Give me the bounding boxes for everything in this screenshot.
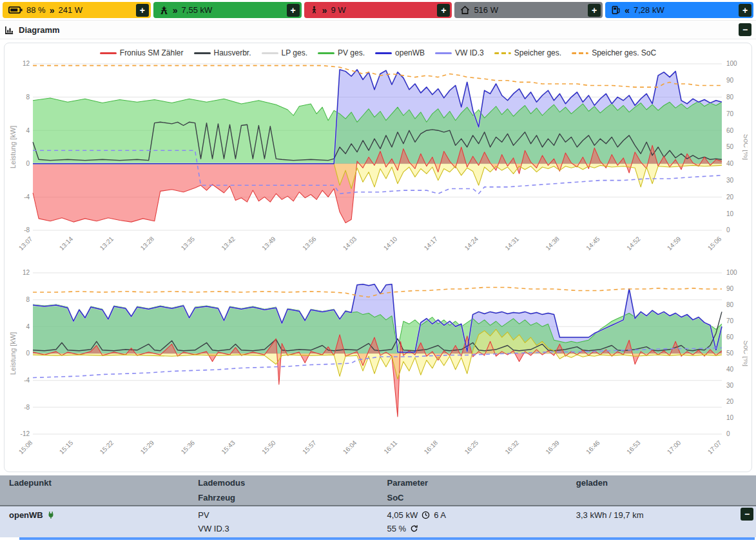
svg-text:90: 90 [726,286,734,293]
legend-item[interactable]: Fronius SM Zähler [100,48,184,57]
diagram-collapse-button[interactable]: − [739,23,751,36]
svg-text:80: 80 [726,94,734,101]
svg-text:12: 12 [23,270,30,277]
svg-text:16:46: 16:46 [585,439,601,455]
status-tile-load[interactable]: »9 W+ [304,2,452,18]
status-tile-grid[interactable]: »7,55 kW+ [153,2,302,18]
legend-item[interactable]: LP ges. [262,48,307,57]
charge-current: 6 A [434,508,446,522]
svg-text:14:24: 14:24 [463,235,480,252]
plug-icon [47,511,55,519]
table-header-cell [0,490,189,506]
chart-icon [5,25,14,35]
legend-label: Speicher ges. [514,48,561,57]
diagram-bar: Diagramm − [0,20,756,39]
svg-text:15:43: 15:43 [220,439,237,455]
status-tile-battery[interactable]: 88 %»241 W+ [3,2,151,18]
svg-text:15:22: 15:22 [99,439,115,455]
legend-label: openWB [395,48,425,57]
charge-power: 4,05 kW [387,508,418,522]
status-tile-chargepoint[interactable]: «7,28 kW+ [605,2,753,18]
svg-text:4: 4 [26,323,30,330]
table-header-cell: Fahrzeug [189,490,378,506]
svg-text:80: 80 [726,302,734,309]
svg-text:8: 8 [26,296,30,303]
load-icon [310,5,318,15]
svg-text:100: 100 [726,61,737,68]
svg-text:20: 20 [726,399,734,406]
legend-swatch [435,52,452,54]
next-row-edge [19,537,755,540]
legend-item[interactable]: VW ID.3 [435,48,484,57]
svg-text:14:31: 14:31 [503,235,520,252]
grid-power-value: 7,55 kW [182,5,213,15]
svg-text:16:53: 16:53 [625,439,642,455]
chart-legend: Fronius SM ZählerHausverbr.LP ges.PV ges… [8,45,748,59]
svg-text:-12: -12 [21,431,30,438]
legend-swatch [494,52,511,54]
chargepoint-table-body: openWB PVVW ID.34,05 kW6 A55 %3,3 kWh / … [0,506,756,537]
svg-text:14:38: 14:38 [544,235,561,252]
svg-text:SoC [%]: SoC [%] [742,134,748,160]
svg-text:-4: -4 [24,194,30,201]
legend-item[interactable]: Speicher ges. SoC [572,48,656,57]
svg-text:14:45: 14:45 [585,235,601,252]
battery-expand-button[interactable]: + [136,4,149,17]
svg-text:10: 10 [726,210,734,217]
refresh-soc-icon[interactable] [410,524,418,533]
legend-label: Hausverbr. [214,48,251,57]
svg-text:30: 30 [726,383,734,390]
charts-container: -8-404812010203040506070809010013:0713:1… [8,59,748,472]
svg-text:16:11: 16:11 [382,439,398,455]
svg-text:15:29: 15:29 [139,439,156,455]
clock-icon [422,511,430,519]
svg-text:13:14: 13:14 [58,235,75,252]
svg-text:16:32: 16:32 [503,439,520,455]
table-header-cell: Lademodus [189,475,378,490]
row-collapse-button[interactable]: − [741,508,753,521]
legend-item[interactable]: PV ges. [318,48,365,57]
svg-text:13:56: 13:56 [301,235,318,252]
svg-text:40: 40 [726,366,734,373]
table-header-cell: SoC [378,490,567,506]
table-header-cell: Parameter [378,475,567,490]
svg-text:100: 100 [726,270,737,277]
grid-expand-button[interactable]: + [287,4,300,17]
svg-text:16:25: 16:25 [463,439,480,455]
svg-text:15:57: 15:57 [301,439,318,455]
svg-text:0: 0 [726,227,730,234]
chargepoint-icon [611,5,621,15]
legend-swatch [262,52,278,54]
load-power-value: 9 W [331,5,345,15]
svg-text:13:49: 13:49 [260,235,277,252]
svg-text:60: 60 [726,334,734,341]
svg-text:15:50: 15:50 [260,439,277,455]
chart-card: Fronius SM ZählerHausverbr.LP ges.PV ges… [4,43,752,472]
diagram-title: Diagramm [19,25,60,35]
legend-swatch [375,52,392,54]
svg-text:-4: -4 [24,377,30,384]
legend-item[interactable]: openWB [375,48,425,57]
svg-text:17:07: 17:07 [706,439,723,455]
chargepoint-table: LadepunktLademodusParametergeladenFahrze… [0,475,756,537]
house-expand-button[interactable]: + [588,4,601,17]
legend-item[interactable]: Hausverbr. [194,48,251,57]
chargepoint-expand-button[interactable]: + [739,4,751,17]
svg-text:14:52: 14:52 [625,235,642,252]
load-expand-button[interactable]: + [437,4,450,17]
svg-text:50: 50 [726,144,734,151]
power-chart: -12-8-404812010203040506070809010015:081… [8,268,748,469]
chargepoint-table-header: LadepunktLademodusParametergeladenFahrze… [0,475,756,506]
svg-text:0: 0 [26,160,30,167]
house-icon [460,5,470,15]
svg-text:17:00: 17:00 [666,439,683,455]
svg-text:16:18: 16:18 [423,439,440,455]
legend-item[interactable]: Speicher ges. [494,48,561,57]
svg-text:14:10: 14:10 [382,235,399,252]
svg-text:15:15: 15:15 [58,439,75,455]
legend-swatch [100,52,117,54]
status-tile-house[interactable]: 516 W+ [454,2,603,18]
svg-text:30: 30 [726,177,734,184]
house-power-value: 516 W [474,5,498,15]
legend-swatch [194,52,211,54]
